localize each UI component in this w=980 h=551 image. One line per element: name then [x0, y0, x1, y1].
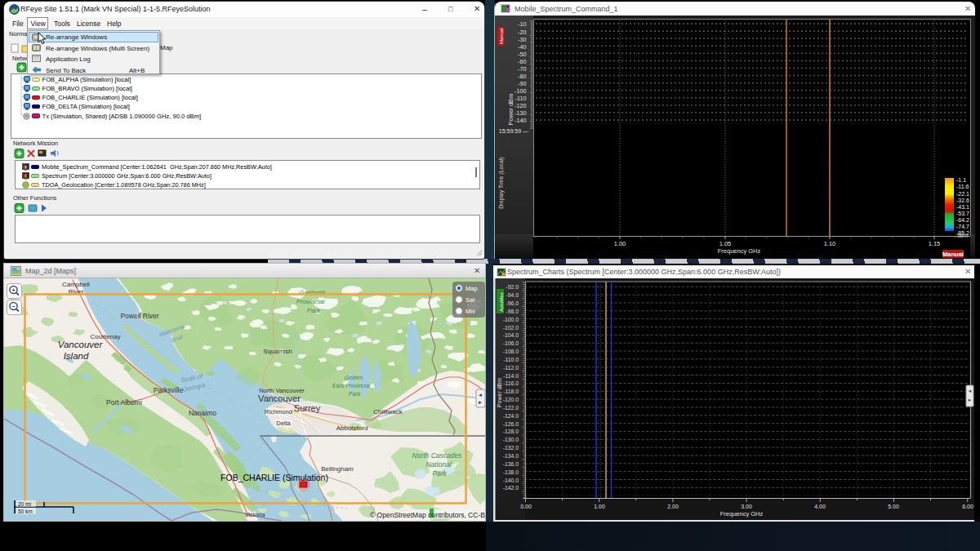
- svg-text:-90: -90: [518, 80, 526, 87]
- svg-text:-53.7: -53.7: [956, 211, 969, 216]
- svg-text:-102.0: -102.0: [503, 325, 519, 331]
- svg-text:-142.0: -142.0: [503, 485, 519, 491]
- svg-text:Sat: Sat: [466, 296, 475, 304]
- svg-text:-124.0: -124.0: [503, 413, 519, 419]
- svg-text:Display Time (Local): Display Time (Local): [498, 157, 505, 208]
- svg-text:Park: Park: [432, 469, 447, 478]
- svg-text:1.05: 1.05: [719, 240, 732, 247]
- svg-text:1.15: 1.15: [929, 240, 941, 247]
- svg-text:-10: -10: [518, 20, 526, 28]
- svg-text:-120.0: -120.0: [503, 397, 519, 402]
- svg-text:-118.0: -118.0: [503, 389, 519, 394]
- svg-text:-32.6: -32.6: [956, 198, 969, 203]
- svg-text:20 mi: 20 mi: [18, 501, 31, 507]
- svg-text:-98.0: -98.0: [506, 309, 519, 314]
- svg-text:◄: ◄: [968, 389, 973, 393]
- svg-text:Manual: Manual: [499, 28, 504, 44]
- svg-text:Parksville: Parksville: [154, 386, 184, 394]
- svg-text:Provincial: Provincial: [296, 298, 325, 305]
- svg-text:Surrey: Surrey: [294, 403, 321, 413]
- svg-text:6.00: 6.00: [962, 504, 973, 509]
- svg-text:-70: -70: [518, 65, 526, 73]
- svg-text:-128.0: -128.0: [503, 429, 519, 434]
- svg-text:Manual: Manual: [942, 251, 964, 258]
- svg-text:-92.0: -92.0: [506, 284, 519, 290]
- svg-text:5.00: 5.00: [888, 504, 899, 509]
- svg-text:-11.6: -11.6: [956, 184, 969, 189]
- svg-text:-30: -30: [518, 36, 526, 43]
- svg-text:1.00: 1.00: [594, 504, 605, 509]
- svg-text:-138.0: -138.0: [503, 469, 519, 475]
- svg-text:AutoMax: AutoMax: [499, 292, 504, 312]
- svg-text:-110: -110: [515, 95, 527, 102]
- svg-text:-136.0: -136.0: [503, 461, 519, 467]
- svg-text:Vancouver: Vancouver: [258, 393, 301, 403]
- svg-text:-130: -130: [514, 109, 526, 117]
- svg-text:15:59:59 —: 15:59:59 —: [499, 128, 528, 134]
- svg-text:►: ►: [478, 399, 483, 405]
- svg-text:-130.0: -130.0: [503, 437, 519, 442]
- svg-text:Chilliwack: Chilliwack: [373, 408, 403, 415]
- svg-text:National: National: [425, 460, 452, 469]
- svg-text:-114.0: -114.0: [503, 373, 519, 379]
- svg-text:Power dBm: Power dBm: [507, 94, 514, 126]
- svg-text:Power dBm: Power dBm: [497, 378, 502, 407]
- svg-text:Vancouver: Vancouver: [58, 340, 104, 349]
- svg-text:Frequency GHz: Frequency GHz: [720, 510, 764, 518]
- svg-text:-134.0: -134.0: [503, 453, 519, 459]
- svg-text:-74.7: -74.7: [956, 224, 969, 229]
- svg-text:-64.2: -64.2: [956, 217, 969, 223]
- svg-text:Nanaimo: Nanaimo: [189, 409, 216, 417]
- svg-text:Richmond: Richmond: [265, 408, 292, 415]
- svg-text:Bellingham: Bellingham: [321, 465, 354, 473]
- svg-text:-94.0: -94.0: [506, 292, 519, 298]
- svg-text:-60: -60: [518, 58, 526, 65]
- svg-text:Abbotsford: Abbotsford: [336, 424, 368, 432]
- svg-text:© OpenStreetMap contributors,: © OpenStreetMap contributors, CC-BY-SA: [370, 511, 485, 519]
- svg-text:−: −: [11, 303, 16, 310]
- svg-text:-1.1: -1.1: [956, 177, 966, 183]
- svg-text:FOB_CHARLIE (Simulation): FOB_CHARLIE (Simulation): [220, 473, 328, 482]
- svg-text:Frequency GHz: Frequency GHz: [718, 247, 761, 255]
- svg-text:-100.0: -100.0: [503, 317, 519, 322]
- svg-text:-22.1: -22.1: [956, 191, 969, 197]
- svg-text:-40: -40: [518, 43, 526, 51]
- svg-text:-104.0: -104.0: [503, 332, 519, 338]
- svg-text:-120: -120: [514, 102, 526, 109]
- svg-text:-108.0: -108.0: [503, 349, 519, 354]
- svg-text:-126.0: -126.0: [503, 421, 519, 427]
- svg-text:4.00: 4.00: [814, 504, 826, 509]
- svg-text:-110.0: -110.0: [503, 357, 519, 362]
- svg-text:-20: -20: [518, 29, 526, 36]
- svg-text:-140.0: -140.0: [503, 478, 519, 483]
- svg-text:-106.0: -106.0: [503, 340, 519, 346]
- svg-text:-112.0: -112.0: [503, 365, 519, 371]
- svg-text:◄: ◄: [478, 392, 483, 398]
- svg-text:-116.0: -116.0: [503, 380, 519, 386]
- svg-text:Mix: Mix: [466, 308, 475, 315]
- svg-text:Delta: Delta: [276, 420, 291, 427]
- svg-text:Island: Island: [64, 351, 89, 361]
- svg-text:-140: -140: [514, 117, 526, 124]
- svg-text:-43.1: -43.1: [956, 204, 969, 210]
- svg-text:2.00: 2.00: [667, 504, 679, 509]
- svg-text:3.00: 3.00: [741, 504, 752, 509]
- svg-text:-100: -100: [514, 87, 526, 95]
- svg-text:-50: -50: [518, 51, 526, 58]
- svg-text:dBm: dBm: [957, 233, 968, 238]
- svg-text:Victoria: Victoria: [245, 511, 266, 518]
- svg-text:+: +: [11, 287, 16, 294]
- svg-text:Golden: Golden: [345, 375, 363, 380]
- svg-text:Powell River: Powell River: [120, 312, 158, 320]
- svg-text:Squamish: Squamish: [263, 348, 292, 355]
- svg-text:Park: Park: [307, 307, 321, 314]
- svg-text:Ears Provincial: Ears Provincial: [332, 383, 371, 389]
- svg-text:►: ►: [968, 398, 973, 402]
- svg-text:Port Alberni: Port Alberni: [106, 398, 142, 407]
- svg-text:-96.0: -96.0: [506, 300, 519, 306]
- svg-text:Park: Park: [349, 391, 361, 397]
- svg-text:-132.0: -132.0: [503, 445, 519, 451]
- svg-text:0.00: 0.00: [520, 504, 532, 509]
- svg-text:1.10: 1.10: [824, 240, 836, 247]
- svg-text:-122.0: -122.0: [503, 405, 519, 411]
